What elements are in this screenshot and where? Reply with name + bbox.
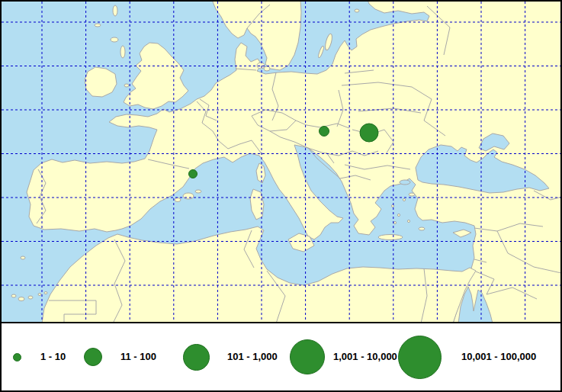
occurrence-catalonia-spain[interactable]: [189, 170, 198, 178]
legend-symbol: [290, 339, 325, 374]
aegean-island: [397, 214, 400, 216]
europe-map: [2, 2, 560, 322]
sea-of-marmara: [400, 180, 410, 185]
aegean-island: [407, 220, 409, 222]
crete: [378, 235, 403, 240]
occurrence-romania[interactable]: [360, 124, 378, 142]
orkney: [111, 37, 118, 42]
funen: [264, 66, 270, 71]
legend-symbol: [398, 336, 442, 379]
canary-island: [18, 297, 24, 301]
rhodes: [419, 227, 425, 230]
legend-label: 1 - 10: [40, 351, 66, 363]
legend-symbol: [183, 344, 210, 371]
legend-label: 11 - 100: [120, 351, 156, 363]
menorca: [195, 190, 201, 193]
hebrides: [120, 46, 125, 58]
map-frame: 1 - 1011 - 100101 - 1,0001,001 - 10,0001…: [0, 0, 562, 392]
canary-island: [28, 296, 33, 299]
occurrence-hungary[interactable]: [320, 127, 329, 137]
legend-symbol: [84, 348, 102, 366]
size-legend: 1 - 1011 - 100101 - 1,0001,001 - 10,0001…: [2, 322, 560, 390]
isle-of-man: [124, 84, 129, 87]
shetland: [113, 5, 117, 16]
legend-label: 101 - 1,000: [227, 351, 278, 363]
aland: [355, 9, 359, 12]
canary-island: [44, 292, 47, 294]
canary-island: [11, 294, 16, 297]
ibiza: [175, 198, 181, 202]
legend-label: 1,001 - 10,000: [333, 351, 397, 363]
legend-symbol: [13, 353, 21, 361]
lesbos: [409, 193, 415, 196]
aegean-island: [393, 221, 396, 223]
mallorca: [183, 193, 194, 199]
faroe-islands: [95, 24, 101, 27]
canary-island: [38, 294, 41, 296]
madeira: [21, 256, 25, 259]
legend-label: 10,001 - 100,000: [461, 351, 536, 363]
aegean-island: [403, 198, 405, 201]
